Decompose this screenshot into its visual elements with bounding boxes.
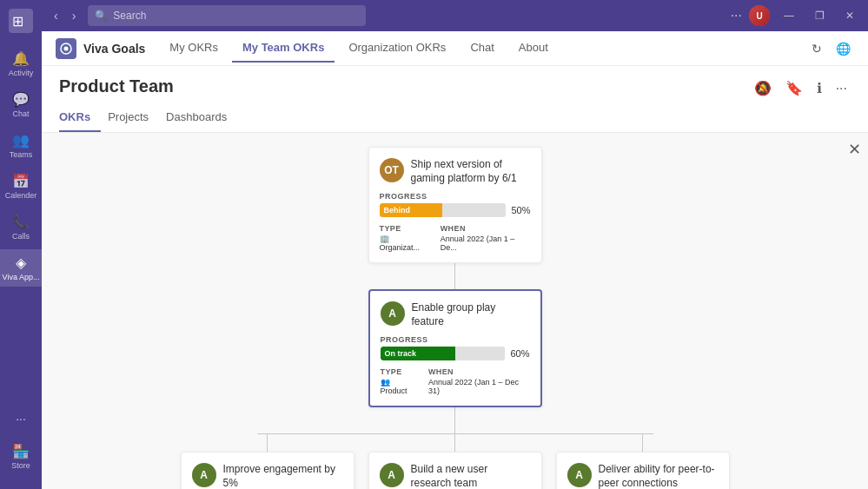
okr-l1-pct: 60% bbox=[510, 348, 529, 359]
okr-l2-0-header: A Improve engagement by 5% bbox=[192, 463, 343, 489]
minimize-button[interactable]: — bbox=[777, 8, 801, 23]
sidebar-item-calls[interactable]: 📞 Calls bbox=[0, 208, 42, 246]
okr-l1-type: TYPE 👥 Product bbox=[381, 367, 418, 395]
okr-l2-col-1: A Improve engagement by 5% PROGRESS Behi… bbox=[181, 434, 354, 489]
okr-root-when: WHEN Annual 2022 (Jan 1 – De... bbox=[441, 224, 531, 252]
okr-l2-col-2: A Build a new user research team PROGRES… bbox=[368, 434, 542, 489]
app-nav: My OKRs My Team OKRs Organization OKRs C… bbox=[159, 34, 558, 63]
okr-card-root[interactable]: OT Ship next version of gaming platform … bbox=[368, 147, 542, 263]
sub-nav: OKRs Projects Dashboards bbox=[42, 100, 868, 133]
okr-l1-bar-inner: On track bbox=[381, 347, 506, 360]
okr-card-l2-1[interactable]: A Build a new user research team PROGRES… bbox=[368, 452, 542, 489]
okr-root-meta: TYPE 🏢 Organizat... WHEN Annual 2022 (Ja… bbox=[380, 224, 531, 252]
app-header: Viva Goals My OKRs My Team OKRs Organiza… bbox=[42, 31, 868, 66]
more-button[interactable]: ··· bbox=[832, 77, 851, 100]
okr-root-bar-inner: Behind bbox=[380, 203, 507, 217]
subnav-dashboards[interactable]: Dashboards bbox=[166, 103, 237, 132]
connector-v-c1 bbox=[267, 434, 268, 452]
viva-icon: ◈ bbox=[16, 254, 26, 271]
header-actions: ↻ 🌐 bbox=[808, 38, 854, 59]
calendar-icon: 📅 bbox=[12, 173, 30, 189]
main-area: ‹ › 🔍 Search ··· U — ❐ ✕ Viva Goals bbox=[42, 0, 868, 489]
info-button[interactable]: ℹ bbox=[813, 76, 825, 100]
viva-goals-icon bbox=[56, 38, 76, 59]
subnav-projects[interactable]: Projects bbox=[108, 103, 159, 132]
okr-level2: A Improve engagement by 5% PROGRESS Behi… bbox=[181, 434, 730, 489]
dots-icon: ··· bbox=[16, 412, 26, 426]
title-bar-right: ··· U — ❐ ✕ bbox=[731, 5, 861, 26]
close-button[interactable]: ✕ bbox=[838, 8, 861, 23]
title-bar: ‹ › 🔍 Search ··· U — ❐ ✕ bbox=[42, 0, 868, 31]
okr-root-pct: 50% bbox=[511, 205, 530, 215]
nav-my-team-okrs[interactable]: My Team OKRs bbox=[232, 34, 335, 63]
activity-icon: 🔔 bbox=[12, 50, 30, 67]
restore-button[interactable]: ❐ bbox=[808, 8, 832, 23]
nav-chat[interactable]: Chat bbox=[460, 34, 504, 63]
sidebar-item-viva[interactable]: ◈ Viva App... bbox=[0, 249, 42, 287]
title-bar-left: ‹ › 🔍 Search bbox=[49, 5, 366, 26]
titlebar-dots[interactable]: ··· bbox=[731, 8, 742, 23]
calls-icon: 📞 bbox=[12, 214, 30, 230]
refresh-button[interactable]: ↻ bbox=[808, 38, 825, 59]
sidebar-item-activity[interactable]: 🔔 Activity bbox=[0, 45, 42, 83]
page-header: Product Team 🔕 🔖 ℹ ··· bbox=[42, 66, 868, 100]
okr-l1-avatar: A bbox=[381, 301, 405, 326]
okr-root-bar-wrap: Behind bbox=[380, 203, 507, 217]
connector-v-c2 bbox=[454, 434, 455, 452]
search-bar[interactable]: 🔍 Search bbox=[88, 5, 366, 26]
sidebar-dots[interactable]: ··· bbox=[0, 406, 42, 431]
sidebar-item-chat[interactable]: 💬 Chat bbox=[0, 86, 42, 123]
okr-card-l1[interactable]: A Enable group play feature PROGRESS On … bbox=[368, 289, 542, 407]
okr-l1-progress-label: PROGRESS bbox=[381, 335, 530, 344]
nav-forward-button[interactable]: › bbox=[67, 7, 82, 24]
okr-l1-header: A Enable group play feature bbox=[381, 301, 530, 328]
okr-tree: OT Ship next version of gaming platform … bbox=[56, 147, 854, 489]
app-name: Viva Goals bbox=[83, 42, 145, 56]
search-placeholder: Search bbox=[113, 10, 146, 22]
svg-text:⊞: ⊞ bbox=[12, 14, 23, 29]
okr-root-avatar: OT bbox=[380, 158, 404, 182]
sidebar-item-store[interactable]: 🏪 Store bbox=[0, 438, 42, 475]
sidebar-item-calendar[interactable]: 📅 Calender bbox=[0, 168, 42, 205]
bookmark-button[interactable]: 🔖 bbox=[782, 76, 806, 100]
page-actions: 🔕 🔖 ℹ ··· bbox=[751, 76, 851, 100]
user-avatar[interactable]: U bbox=[749, 5, 770, 26]
okr-root-title: Ship next version of gaming platform by … bbox=[411, 158, 531, 185]
nav-org-okrs[interactable]: Organization OKRs bbox=[338, 34, 456, 63]
svg-point-3 bbox=[64, 46, 69, 50]
bell-button[interactable]: 🔕 bbox=[751, 76, 775, 100]
okr-root-progress-label: PROGRESS bbox=[380, 192, 531, 201]
subnav-okrs[interactable]: OKRs bbox=[59, 103, 101, 132]
search-icon: 🔍 bbox=[95, 10, 108, 22]
okr-l1-status: On track bbox=[385, 349, 417, 358]
okr-card-l2-0[interactable]: A Improve engagement by 5% PROGRESS Behi… bbox=[181, 452, 354, 489]
sidebar-item-teams[interactable]: 👥 Teams bbox=[0, 127, 42, 164]
okr-root-status: Behind bbox=[384, 206, 411, 215]
nav-back-button[interactable]: ‹ bbox=[49, 7, 63, 24]
globe-button[interactable]: 🌐 bbox=[832, 38, 854, 59]
connector-l1-l2 bbox=[454, 407, 455, 433]
okr-l2-1-header: A Build a new user research team bbox=[380, 463, 531, 489]
chat-icon: 💬 bbox=[12, 91, 30, 108]
okr-l2-2-title: Deliver ability for peer-to-peer connect… bbox=[599, 463, 719, 489]
okr-l1-when: WHEN Annual 2022 (Jan 1 – Dec 31) bbox=[428, 367, 530, 395]
okr-root-header: OT Ship next version of gaming platform … bbox=[380, 158, 531, 185]
teams-icon: 👥 bbox=[12, 132, 30, 149]
okr-root-type: TYPE 🏢 Organizat... bbox=[380, 224, 430, 252]
connector-v-c3 bbox=[642, 434, 643, 452]
okr-l2-2-header: A Deliver ability for peer-to-peer conne… bbox=[567, 463, 719, 489]
page-title: Product Team bbox=[59, 76, 174, 96]
okr-l2-0-avatar: A bbox=[192, 463, 216, 487]
nav-buttons: ‹ › bbox=[49, 7, 81, 24]
nav-my-okrs[interactable]: My OKRs bbox=[159, 34, 229, 63]
okr-l1-progress-bar: On track 60% bbox=[381, 347, 530, 360]
okr-l1-title: Enable group play feature bbox=[412, 301, 530, 328]
connector-root-l1 bbox=[454, 263, 455, 289]
nav-about[interactable]: About bbox=[508, 34, 559, 63]
app-logo-sidebar: ⊞ bbox=[7, 7, 35, 35]
store-icon: 🏪 bbox=[12, 443, 30, 459]
okr-card-l2-2[interactable]: A Deliver ability for peer-to-peer conne… bbox=[556, 452, 730, 489]
okr-l2-0-title: Improve engagement by 5% bbox=[223, 463, 343, 489]
app-logo: Viva Goals bbox=[56, 38, 145, 59]
okr-root-progress-bar: Behind 50% bbox=[380, 203, 531, 217]
